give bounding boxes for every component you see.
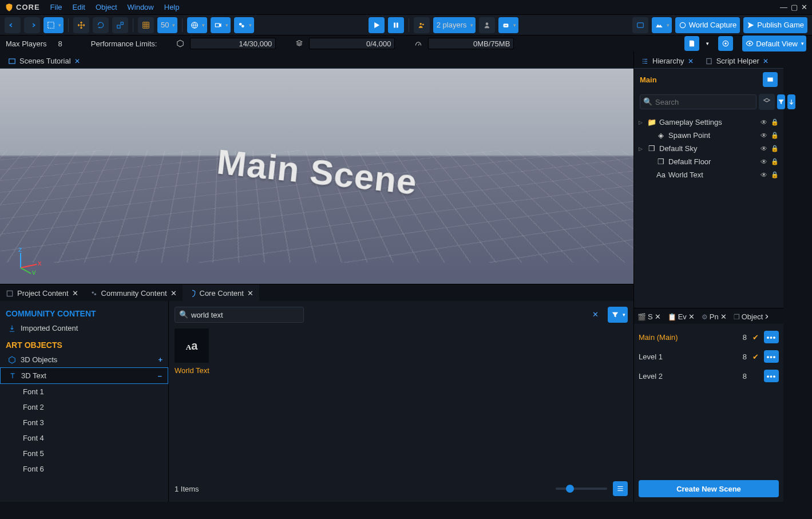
move-tool-button[interactable] [73, 17, 89, 33]
sidebar-item-font[interactable]: Font 1 [0, 384, 168, 399]
tab-properties[interactable]: ⚙Pn✕ [698, 310, 730, 324]
play-button[interactable] [369, 17, 385, 33]
scene-menu-button[interactable]: ••• [764, 331, 779, 343]
bot-dropdown[interactable]: ▾ [498, 17, 518, 33]
asset-thumbnail[interactable]: Aa [175, 328, 209, 363]
tree-node[interactable]: ❒Default Floor👁🔒 [634, 155, 783, 168]
visibility-icon[interactable]: 👁 [760, 158, 767, 166]
lock-icon[interactable]: 🔒 [771, 145, 779, 152]
menu-window[interactable]: Window [128, 3, 154, 11]
sidebar-item-3d-objects[interactable]: 3D Objects+ [0, 352, 168, 367]
visibility-icon[interactable]: 👁 [760, 145, 767, 153]
viewport-tab[interactable]: Scenes Tutorial✕ [2, 53, 86, 68]
hierarchy-filter-button[interactable] [777, 94, 785, 109]
spawn-player-button[interactable] [479, 17, 495, 33]
svg-text:y: y [32, 268, 36, 275]
hierarchy-search-input[interactable] [640, 94, 756, 109]
snap-grid-button[interactable] [138, 17, 154, 33]
world-capture-button[interactable]: World Capture [675, 17, 740, 33]
tab-events[interactable]: 📋Ev✕ [664, 310, 698, 324]
svg-rect-20 [9, 58, 15, 63]
menu-help[interactable]: Help [164, 3, 180, 11]
content-browser: COMMUNITY CONTENT Imported Content ART O… [0, 301, 633, 502]
tab-core-content[interactable]: Core Content✕ [183, 285, 259, 301]
visibility-icon[interactable]: 👁 [760, 118, 767, 126]
create-new-scene-button[interactable]: Create New Scene [639, 480, 779, 497]
svg-rect-1 [117, 25, 120, 28]
list-view-button[interactable] [613, 481, 628, 496]
hierarchy-group-button[interactable] [759, 94, 775, 110]
scene-menu-button[interactable]: ••• [764, 370, 779, 382]
tree-node[interactable]: ◈Spawn Point👁🔒 [634, 129, 783, 142]
lock-icon[interactable]: 🔒 [771, 158, 779, 165]
publish-button[interactable]: Publish Game [743, 17, 807, 33]
scene-row[interactable]: Level 28 ••• [636, 366, 781, 386]
lock-icon[interactable]: 🔒 [771, 118, 779, 126]
menu-file[interactable]: File [50, 3, 62, 11]
rotate-tool-button[interactable] [93, 17, 109, 33]
scale-tool-button[interactable] [112, 17, 128, 33]
default-view-dropdown[interactable]: Default View▾ [742, 35, 806, 51]
lock-icon[interactable]: 🔒 [771, 132, 779, 139]
thumbnail-size-slider[interactable] [556, 488, 607, 490]
gizmo-dropdown[interactable]: ▾ [234, 17, 254, 33]
scene-menu-button[interactable]: ••• [764, 350, 779, 363]
camera-speed-dropdown[interactable]: ▾ [211, 17, 231, 33]
tab-scenes[interactable]: 🎬S✕ [634, 310, 664, 324]
text-icon [9, 372, 17, 380]
clear-search-icon[interactable]: ✕ [592, 310, 599, 319]
player-count-dropdown[interactable]: 2 players▾ [433, 17, 476, 33]
visibility-icon[interactable]: 👁 [760, 132, 767, 140]
scene-row[interactable]: Main (Main)8 ✔ ••• [636, 327, 781, 347]
window-maximize-icon[interactable]: ▢ [791, 3, 798, 11]
pause-button[interactable] [388, 17, 404, 33]
visibility-icon[interactable]: 👁 [760, 171, 767, 179]
redo-button[interactable] [24, 17, 40, 33]
selection-mode-dropdown[interactable]: ▾ [43, 17, 64, 33]
content-search-input[interactable] [175, 307, 304, 323]
svg-point-13 [504, 25, 505, 26]
save-button[interactable] [684, 36, 699, 51]
window-minimize-icon[interactable]: — [780, 3, 787, 11]
target-button[interactable] [718, 36, 733, 51]
tab-project-content[interactable]: Project Content✕ [0, 285, 84, 301]
tab-object[interactable]: ❒Object✕ [730, 310, 768, 324]
screenshot-button[interactable] [632, 17, 648, 33]
multiplayer-icon[interactable] [414, 17, 430, 33]
terrain-dropdown[interactable]: ▾ [652, 17, 672, 33]
scene-check-icon[interactable] [750, 371, 760, 381]
sidebar-item-imported[interactable]: Imported Content [0, 320, 168, 336]
sidebar-item-font[interactable]: Font 2 [0, 399, 168, 415]
window-close-icon[interactable]: ✕ [801, 3, 807, 11]
tab-community-content[interactable]: Community Content✕ [84, 285, 183, 301]
cube-icon: ❒ [648, 144, 656, 153]
menu-edit[interactable]: Edit [73, 3, 85, 11]
sidebar-item-font[interactable]: Font 6 [0, 461, 168, 477]
menu-object[interactable]: Object [96, 3, 117, 11]
collapse-icon[interactable]: – [158, 371, 162, 380]
hierarchy-collapse-button[interactable] [787, 94, 795, 109]
lock-icon[interactable]: 🔒 [771, 171, 779, 179]
sidebar-item-font[interactable]: Font 5 [0, 446, 168, 461]
scene-check-icon[interactable]: ✔ [750, 351, 760, 362]
snap-value-dropdown[interactable]: 50▾ [157, 17, 177, 33]
sidebar-item-font[interactable]: Font 4 [0, 430, 168, 446]
tab-hierarchy[interactable]: Hierarchy✕ [635, 53, 699, 68]
scene-settings-button[interactable] [763, 72, 778, 87]
filter-dropdown[interactable]: ▾ [608, 307, 628, 323]
axis-gizmo[interactable]: z x y [14, 247, 41, 275]
tree-node[interactable]: AaWorld Text👁🔒 [634, 168, 783, 181]
scene-row[interactable]: Level 18 ✔ ••• [636, 347, 781, 366]
svg-rect-7 [394, 22, 395, 27]
close-icon[interactable]: ✕ [74, 57, 80, 65]
scene-check-icon[interactable]: ✔ [750, 332, 760, 342]
tab-script-helper[interactable]: Script Helper✕ [699, 53, 774, 68]
expand-icon[interactable]: + [158, 355, 163, 364]
sidebar-item-font[interactable]: Font 3 [0, 415, 168, 430]
viewport-3d[interactable]: Main Scene z x y [0, 69, 633, 284]
undo-button[interactable] [5, 17, 21, 33]
tree-node[interactable]: ▷❒Default Sky👁🔒 [634, 142, 783, 155]
tree-node[interactable]: ▷📁Gameplay Settings👁🔒 [634, 116, 783, 129]
world-space-dropdown[interactable]: ▾ [187, 17, 207, 33]
sidebar-item-3d-text[interactable]: 3D Text– [0, 367, 168, 384]
